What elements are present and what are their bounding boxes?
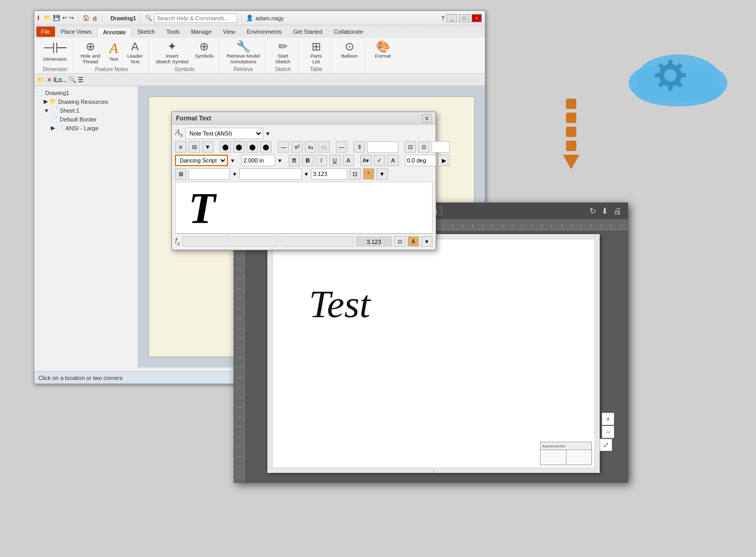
tab-annotate[interactable]: Annotate xyxy=(97,27,131,37)
search-input[interactable] xyxy=(154,13,237,23)
bold-btn[interactable]: B xyxy=(302,155,314,166)
quick-access-save[interactable]: 💾 xyxy=(53,15,60,21)
formula-input3[interactable] xyxy=(281,236,354,247)
quick-access-btn[interactable]: 📁 xyxy=(44,15,51,21)
align-justify-btn[interactable]: ⬤ xyxy=(260,141,272,153)
line-btn[interactable]: — xyxy=(336,141,347,153)
subscript-btn[interactable]: x₂ xyxy=(305,141,316,153)
document-title: Drawing1 xyxy=(111,15,137,21)
tab-get-started[interactable]: Get Started xyxy=(288,26,328,37)
redo-btn[interactable]: ↪ xyxy=(69,15,74,21)
more-btn[interactable]: ▶ xyxy=(438,155,450,166)
tab-place-views[interactable]: Place Views xyxy=(55,26,98,37)
svg-point-4 xyxy=(670,65,727,101)
dimension-button[interactable]: ⊣⊢ Dimension xyxy=(40,40,70,63)
tab-environments[interactable]: Environments xyxy=(241,26,287,37)
start-sketch-button[interactable]: ✏ StartSketch xyxy=(273,40,292,65)
tab-file[interactable]: File xyxy=(36,26,55,37)
formula-input2[interactable] xyxy=(232,236,279,247)
field-input1[interactable] xyxy=(188,168,230,180)
feature-notes-items: ⊕ Hole andThread A Text A LeaderText xyxy=(78,40,145,65)
field-value1[interactable] xyxy=(311,168,347,180)
dialog-row-style: Ax Note Text (ANSI) ▼ xyxy=(175,128,433,139)
formula-input[interactable] xyxy=(182,236,230,247)
embed-btn[interactable]: 🖹 xyxy=(289,155,300,166)
field-dropdown3[interactable]: ▼ xyxy=(376,168,388,180)
maximize-button[interactable]: □ xyxy=(459,14,469,22)
tree-item-sheet1[interactable]: ▼ 📄 Sheet:1 xyxy=(36,106,136,115)
svg-rect-10 xyxy=(681,73,686,77)
formula-btn1[interactable]: ⊡ xyxy=(394,236,406,247)
tab-collaborate[interactable]: Collaborate xyxy=(328,26,369,37)
list-dropdown[interactable]: ▼ xyxy=(202,141,213,153)
toolbar-icon-x[interactable]: ✕ xyxy=(47,76,52,84)
hole-thread-button[interactable]: ⊕ Hole andThread xyxy=(78,40,102,65)
dialog-close-button[interactable]: × xyxy=(422,114,431,123)
field-btn[interactable]: ⊞ xyxy=(175,168,186,180)
precision-input[interactable]: 100 xyxy=(431,141,450,153)
list2-btn[interactable]: ⊟ xyxy=(188,141,200,153)
symbol2-btn[interactable]: ⊙ xyxy=(418,141,429,153)
formula-btn3[interactable]: ▼ xyxy=(421,236,433,247)
style-dropdown[interactable]: Note Text (ANSI) xyxy=(185,128,263,139)
ag-btn[interactable]: ag xyxy=(318,141,330,153)
spacing-btn[interactable]: ⇕ xyxy=(354,141,365,153)
pdf-download-icon[interactable]: ⬇ xyxy=(601,206,608,216)
insert-sketch-label: InsertSketch Symbol xyxy=(156,53,188,64)
field-degree[interactable]: ° xyxy=(363,168,374,180)
close-button[interactable]: × xyxy=(471,14,482,22)
pdf-expand-btn[interactable]: ⤢ xyxy=(600,439,612,451)
retrieve-model-button[interactable]: 🔧 Retrieve ModelAnnotations xyxy=(224,40,262,65)
color-btn[interactable]: A▾ xyxy=(360,155,372,166)
toolbar-icon-folder[interactable]: 📁 xyxy=(37,76,45,84)
char-map-btn[interactable]: A xyxy=(387,155,399,166)
align-left-btn[interactable]: ⬤ xyxy=(220,141,231,153)
balloon-button[interactable]: ⊙ Balloon xyxy=(339,40,360,60)
strikethrough-btn[interactable]: ✓ xyxy=(374,155,385,166)
tab-sketch[interactable]: Sketch xyxy=(132,26,161,37)
superscript-btn[interactable]: x² xyxy=(291,141,303,153)
tree-item-drawing1[interactable]: 📄 Drawing1 xyxy=(36,88,136,97)
align-center-btn[interactable]: ⬤ xyxy=(233,141,245,153)
font-name-dropdown[interactable]: Dancing Script xyxy=(175,155,228,166)
tab-tools[interactable]: Tools xyxy=(160,26,185,37)
baseline-btn[interactable]: — xyxy=(278,141,289,153)
underline-btn[interactable]: U xyxy=(329,155,341,166)
tree-item-default-border[interactable]: 📄 Default Border xyxy=(36,115,136,124)
align-right-btn[interactable]: ⬤ xyxy=(247,141,258,153)
tree-item-drawing-resources[interactable]: ▶ 📁 Drawing Resources xyxy=(36,97,136,106)
spacing-input[interactable] xyxy=(367,141,398,153)
minimize-button[interactable]: _ xyxy=(447,14,457,22)
pdf-print-icon[interactable]: 🖨 xyxy=(613,207,622,216)
home-btn[interactable]: 🏠 xyxy=(83,15,90,21)
text-button[interactable]: A Text xyxy=(104,40,123,63)
insert-sketch-symbol-button[interactable]: ✦ InsertSketch Symbol xyxy=(154,40,191,65)
separator4 xyxy=(241,15,242,22)
pdf-zoom-plus[interactable]: + xyxy=(602,413,614,425)
tab-manage[interactable]: Manage xyxy=(185,26,218,37)
italic-btn[interactable]: I xyxy=(316,155,327,166)
help-btn[interactable]: ? xyxy=(441,15,444,21)
print-btn[interactable]: 🖨 xyxy=(92,15,98,21)
allcaps-btn[interactable]: A xyxy=(343,155,354,166)
parts-list-button[interactable]: ⊞ PartsList xyxy=(307,40,326,65)
pdf-refresh-icon[interactable]: ↻ xyxy=(589,206,596,216)
field-input2[interactable] xyxy=(239,168,302,180)
symbol1-btn[interactable]: ⊡ xyxy=(404,141,416,153)
leader-text-button[interactable]: A LeaderText xyxy=(125,40,145,65)
title-block-col2 xyxy=(566,450,592,466)
toolbar-icon-search2[interactable]: 🔍 xyxy=(69,76,76,84)
tree-item-ansi-large[interactable]: ▶ 📄 ANSI - Large xyxy=(36,124,136,132)
font-size-input[interactable] xyxy=(241,155,275,166)
toolbar-icon-menu[interactable]: ☰ xyxy=(78,76,84,84)
undo-btn[interactable]: ↩ xyxy=(62,15,67,21)
tab-view[interactable]: View xyxy=(218,26,241,37)
format-button[interactable]: 🎨 Format xyxy=(373,40,393,60)
pdf-zoom-minus[interactable]: − xyxy=(602,426,614,438)
angle-input[interactable] xyxy=(405,155,436,166)
toolbar-icon-search[interactable]: iLo... xyxy=(53,76,67,84)
list-btn[interactable]: ≡ xyxy=(175,141,186,153)
formula-btn2[interactable]: A xyxy=(408,236,419,247)
field-btn2[interactable]: ⊡ xyxy=(349,168,361,180)
symbols-button[interactable]: ⊕ Symbols xyxy=(193,40,215,60)
